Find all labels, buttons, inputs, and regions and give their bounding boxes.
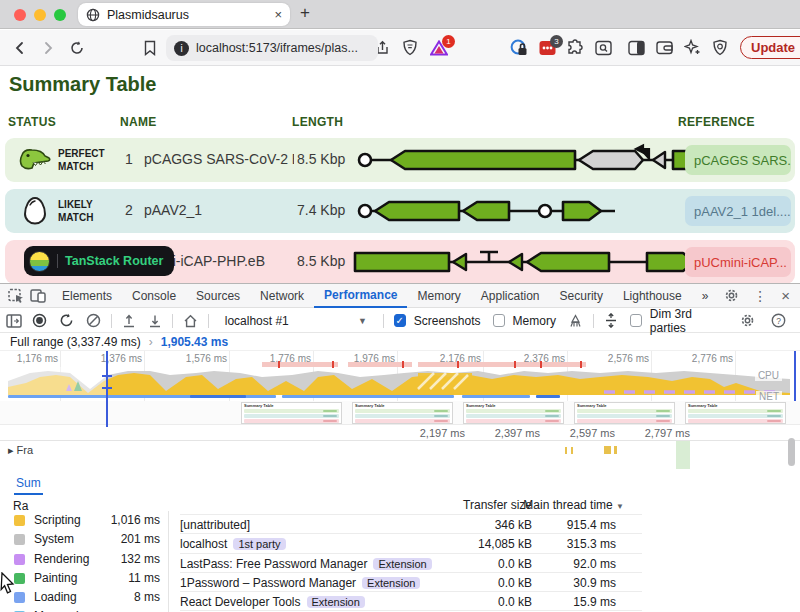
update-button[interactable]: Update bbox=[740, 36, 800, 59]
third-party-table: Transfer size Main thread time ▼ [unattr… bbox=[180, 496, 642, 612]
tab-console[interactable]: Console bbox=[122, 284, 186, 308]
screenshot-thumbnail[interactable]: Summary Table bbox=[352, 402, 453, 424]
main-thread-time-header[interactable]: Main thread time ▼ bbox=[504, 498, 624, 512]
overview-tick: 2,576 ms bbox=[608, 353, 649, 364]
range-left-handle[interactable] bbox=[106, 351, 108, 427]
flamechart-area[interactable] bbox=[0, 441, 800, 471]
upload-profile-icon[interactable] bbox=[122, 314, 136, 328]
bookmark-icon[interactable] bbox=[143, 40, 157, 56]
lastpass-icon[interactable]: 3 bbox=[539, 40, 556, 56]
inspect-element-icon[interactable] bbox=[8, 288, 24, 303]
scrollbar-thumb[interactable] bbox=[788, 438, 795, 466]
screenshot-thumbnail[interactable]: Summary Table bbox=[574, 402, 675, 424]
more-tabs-icon[interactable]: » bbox=[692, 284, 719, 308]
timeline-overview[interactable]: 1,176 ms 1,376 ms 1,576 ms 1,776 ms 1,97… bbox=[0, 351, 800, 401]
clear-icon[interactable] bbox=[86, 313, 101, 328]
home-icon[interactable] bbox=[183, 314, 198, 328]
extensions-icon[interactable] bbox=[567, 39, 584, 56]
table-row[interactable]: LastPass: Free Password ManagerExtension… bbox=[180, 553, 642, 572]
overview-tick: 1,176 ms bbox=[17, 353, 58, 364]
screenshot-thumbnail[interactable]: Summary Table bbox=[685, 402, 786, 424]
ai-sparkle-icon[interactable] bbox=[684, 39, 701, 56]
tab-performance[interactable]: Performance bbox=[314, 284, 407, 308]
capture-settings-gear-icon[interactable] bbox=[740, 313, 755, 328]
full-range-label[interactable]: Full range (3,337.49 ms) bbox=[10, 335, 141, 349]
site-info-icon[interactable]: i bbox=[174, 41, 189, 56]
search-page-icon[interactable] bbox=[595, 40, 612, 56]
help-icon[interactable]: ? bbox=[771, 313, 786, 328]
close-window-button[interactable] bbox=[14, 9, 26, 21]
vpn-badge: 1 bbox=[442, 35, 455, 48]
extension-badge: Extension bbox=[362, 577, 420, 589]
url-bar[interactable]: i localhost:5173/iframes/plas... bbox=[166, 35, 378, 61]
mouse-cursor-icon bbox=[0, 572, 16, 596]
device-toolbar-icon[interactable] bbox=[30, 288, 46, 303]
tab-lighthouse[interactable]: Lighthouse bbox=[613, 284, 692, 308]
devtools-close-icon[interactable]: × bbox=[781, 287, 790, 304]
table-row[interactable]: PERFECTMATCH 1 pCAGGS SARS-CoV-2 B... 8.… bbox=[5, 138, 795, 182]
brave-shield-icon[interactable] bbox=[402, 39, 418, 56]
system-swatch bbox=[14, 534, 25, 545]
browser-tab[interactable]: Plasmidsaurus × bbox=[78, 3, 290, 26]
screenshots-checkbox[interactable]: ✓ bbox=[394, 314, 406, 327]
devtools-settings-gear-icon[interactable] bbox=[724, 288, 739, 303]
range-right-handle[interactable] bbox=[794, 351, 796, 401]
table-row[interactable]: LIKELYMATCH 2 pAAV2_1 7.4 Kbp pAAV2_1 1d… bbox=[5, 189, 795, 233]
reload-button[interactable] bbox=[69, 40, 85, 56]
ruler-tick: 2,197 ms bbox=[420, 427, 465, 439]
record-button[interactable] bbox=[32, 313, 47, 328]
legend-item: Messaging bbox=[0, 607, 168, 612]
tanstack-router-overlay[interactable]: TanStack Router bbox=[24, 246, 174, 276]
vpn-triangle-icon[interactable]: 1 bbox=[430, 40, 448, 56]
table-row[interactable]: TanStack Router Cmini-iCAP-PHP.eB 8.5 Kb… bbox=[5, 240, 795, 284]
minimize-window-button[interactable] bbox=[34, 9, 46, 21]
tab-elements[interactable]: Elements bbox=[52, 284, 122, 308]
legend-item: System201 ms bbox=[0, 530, 168, 549]
column-header-length: LENGTH bbox=[292, 115, 343, 129]
table-row[interactable]: localhost1st party 14,085 kB 315.3 ms bbox=[180, 533, 642, 552]
tab-close-icon[interactable]: × bbox=[274, 7, 282, 22]
extension-badge: Extension bbox=[373, 558, 431, 570]
forward-button[interactable] bbox=[40, 40, 56, 56]
plasmid-length: 8.5 Kbp bbox=[297, 151, 345, 167]
reference-badge[interactable]: pAAV2_1 1del.... bbox=[685, 196, 791, 226]
screenshot-thumbnail[interactable]: Summary Table bbox=[241, 402, 342, 424]
back-button[interactable] bbox=[12, 40, 28, 56]
screenshot-thumbnail[interactable]: Summary Table bbox=[463, 402, 564, 424]
devtools-menu-kebab-icon[interactable]: ⋮ bbox=[753, 288, 767, 304]
tab-application[interactable]: Application bbox=[471, 284, 550, 308]
plasmid-length: 7.4 Kbp bbox=[297, 202, 345, 218]
zoom-window-button[interactable] bbox=[54, 9, 66, 21]
reference-badge[interactable]: pUCmini-iCAP... bbox=[685, 247, 791, 277]
table-row[interactable]: [unattributed] 346 kB 915.4 ms bbox=[180, 514, 642, 533]
column-header-status: STATUS bbox=[8, 115, 56, 129]
frames-track-label[interactable]: ▸ Fra bbox=[8, 444, 33, 457]
table-row[interactable]: 1Password – Password ManagerExtension 0.… bbox=[180, 572, 642, 591]
reference-badge[interactable]: pCAGGS SARS... bbox=[685, 145, 791, 175]
garbage-collect-icon[interactable] bbox=[568, 314, 583, 328]
table-row[interactable]: React Developer ToolsExtension 0.0 kB 15… bbox=[180, 591, 642, 610]
toggle-sidebar-icon[interactable] bbox=[6, 314, 22, 328]
dim-3rd-parties-checkbox[interactable] bbox=[630, 314, 642, 327]
record-and-reload-button[interactable] bbox=[59, 313, 74, 328]
tanstack-label: TanStack Router bbox=[65, 254, 163, 268]
tab-memory[interactable]: Memory bbox=[407, 284, 470, 308]
range-chevron: › bbox=[149, 335, 153, 349]
memory-checkbox[interactable] bbox=[493, 314, 505, 327]
new-tab-button[interactable]: + bbox=[300, 3, 310, 23]
plasmid-name: pAAV2_1 bbox=[144, 202, 294, 218]
screenshot-filmstrip[interactable]: Summary Table Summary Table Summary Tabl… bbox=[0, 401, 800, 425]
selected-range-label[interactable]: 1,905.43 ms bbox=[161, 335, 228, 349]
tab-sources[interactable]: Sources bbox=[186, 284, 250, 308]
tab-security[interactable]: Security bbox=[550, 284, 613, 308]
tab-summary[interactable]: Sum bbox=[14, 473, 43, 495]
rewards-shield-icon[interactable] bbox=[712, 39, 728, 56]
tab-network[interactable]: Network bbox=[250, 284, 314, 308]
sidebar-toggle-icon[interactable] bbox=[628, 40, 645, 56]
collapse-tracks-icon[interactable] bbox=[604, 313, 618, 328]
download-profile-icon[interactable] bbox=[148, 314, 162, 328]
sort-arrow-icon: ▼ bbox=[616, 502, 624, 511]
history-dropdown[interactable]: localhost #1 ▼ bbox=[219, 312, 373, 330]
wallet-icon[interactable] bbox=[656, 40, 673, 55]
privacy-lock-icon[interactable] bbox=[510, 39, 528, 57]
